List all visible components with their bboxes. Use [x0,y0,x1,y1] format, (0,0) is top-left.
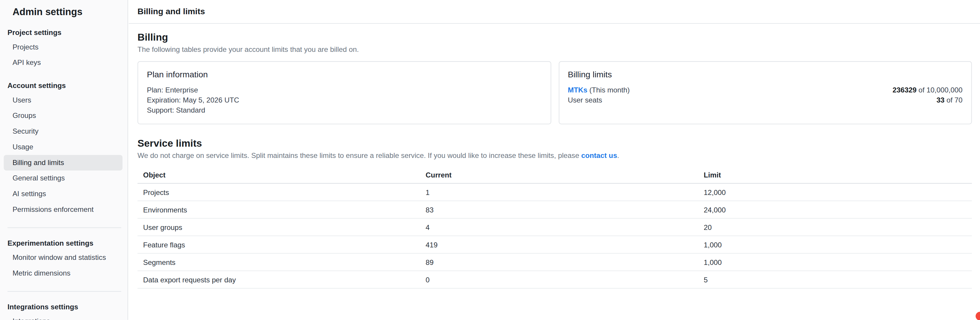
billing-limits-title: Billing limits [568,70,962,79]
mtks-value: 236329 of 10,000,000 [892,85,963,95]
limit-cell: 12,000 [698,189,972,196]
plan-information-title: Plan information [147,70,541,79]
column-header-object: Object [138,171,420,179]
sidebar-item-ai-settings[interactable]: AI settings [0,186,127,202]
service-limits-description-period: . [617,152,619,159]
sidebar-item-api-keys[interactable]: API keys [0,55,127,71]
page-title: Billing and limits [138,7,205,16]
table-row: Data export requests per day 0 5 [138,271,972,288]
user-seats-label: User seats [568,95,602,105]
sidebar-divider [7,291,121,292]
object-cell: Data export requests per day [138,276,420,283]
mtks-limit-row: MTKs (This month) 236329 of 10,000,000 [568,85,962,95]
object-cell: Feature flags [138,241,420,248]
sidebar-item-permissions-enforcement[interactable]: Permissions enforcement [0,202,127,217]
mtks-label: MTKs (This month) [568,85,630,95]
billing-section-description: The following tables provide your accoun… [138,46,972,53]
billing-section-title: Billing [138,32,972,43]
user-seats-current: 33 [936,96,944,104]
column-header-limit: Limit [698,171,972,179]
sidebar-item-integrations[interactable]: Integrations [0,314,127,320]
sidebar-section-experimentation-settings: Experimentation settings [7,239,120,247]
sidebar-item-general-settings[interactable]: General settings [0,171,127,186]
main-content: Billing The following tables provide you… [129,32,980,289]
table-row: Projects 1 12,000 [138,184,972,201]
current-cell: 1 [420,189,698,196]
current-cell: 83 [420,206,698,213]
billing-limits-card: Billing limits MTKs (This month) 236329 … [558,61,972,124]
sidebar-item-users[interactable]: Users [0,92,127,108]
main-panel: Billing and limits Billing The following… [129,0,980,320]
limit-cell: 5 [698,276,972,283]
object-cell: User groups [138,223,420,231]
sidebar-section-project-settings: Project settings [7,29,120,36]
current-cell: 0 [420,276,698,283]
sidebar-item-monitor-window-and-statistics[interactable]: Monitor window and statistics [0,250,127,266]
table-header-row: Object Current Limit [138,167,972,184]
billing-cards: Plan information Plan: Enterprise Expira… [138,61,972,124]
support-line: Support: Standard [147,105,541,115]
sidebar-section-account-settings: Account settings [7,82,120,89]
limit-cell: 20 [698,223,972,231]
object-cell: Environments [138,206,420,213]
plan-line: Plan: Enterprise [147,85,541,95]
sidebar-item-billing-and-limits[interactable]: Billing and limits [4,155,123,171]
user-seats-max: of 70 [944,96,963,104]
sidebar-section-integrations-settings: Integrations settings [7,303,120,310]
table-row: User groups 4 20 [138,219,972,236]
service-limits-table: Object Current Limit Projects 1 12,000 E… [138,167,972,288]
page-header: Billing and limits [129,0,980,24]
expiration-line: Expiration: May 5, 2026 UTC [147,95,541,105]
sidebar: Admin settings Project settings Projects… [0,0,128,320]
limit-cell: 1,000 [698,241,972,248]
sidebar-divider [7,227,121,228]
current-cell: 89 [420,258,698,266]
sidebar-title: Admin settings [13,6,127,17]
sidebar-item-security[interactable]: Security [0,124,127,139]
table-row: Feature flags 419 1,000 [138,236,972,253]
user-seats-limit-row: User seats 33 of 70 [568,95,962,105]
sidebar-item-groups[interactable]: Groups [0,108,127,124]
sidebar-item-metric-dimensions[interactable]: Metric dimensions [0,266,127,281]
service-limits-section-title: Service limits [138,138,972,149]
mtks-current: 236329 [892,86,916,93]
current-cell: 4 [420,223,698,231]
user-seats-value: 33 of 70 [936,95,963,105]
sidebar-item-projects[interactable]: Projects [0,40,127,55]
mtks-link[interactable]: MTKs [568,86,587,93]
mtks-max: of 10,000,000 [916,86,963,93]
table-row: Environments 83 24,000 [138,201,972,219]
plan-information-card: Plan information Plan: Enterprise Expira… [138,61,551,124]
admin-settings-page: Admin settings Project settings Projects… [0,0,980,320]
current-cell: 419 [420,241,698,248]
contact-us-link[interactable]: contact us [581,152,617,159]
column-header-current: Current [420,171,698,179]
table-row: Segments 89 1,000 [138,253,972,271]
object-cell: Segments [138,258,420,266]
service-limits-description-text: We do not charge on service limits. Spli… [138,152,581,159]
limit-cell: 1,000 [698,258,972,266]
service-limits-description: We do not charge on service limits. Spli… [138,152,972,159]
mtks-label-rest: (This month) [587,86,630,93]
sidebar-item-usage[interactable]: Usage [0,139,127,155]
limit-cell: 24,000 [698,206,972,213]
object-cell: Projects [138,189,420,196]
